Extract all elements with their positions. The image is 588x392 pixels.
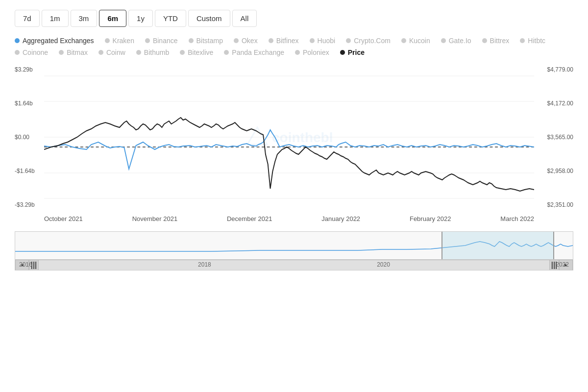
legend-label: Coinone <box>23 49 48 56</box>
legend-item-gate-io[interactable]: Gate.Io <box>441 37 471 45</box>
nav-x-label: 2020 <box>377 261 390 268</box>
time-buttons-row: 7d1m3m6m1yYTDCustomAll <box>15 10 573 27</box>
legend-item-panda-exchange[interactable]: Panda Exchange <box>224 49 284 56</box>
time-btn-all[interactable]: All <box>232 10 257 27</box>
legend-label: Binance <box>153 37 178 45</box>
main-chart-svg <box>44 66 534 208</box>
x-label: February 2022 <box>410 215 451 222</box>
legend-label: Kraken <box>113 37 134 45</box>
y-left-label: $3.29b <box>15 66 44 73</box>
legend-label: Panda Exchange <box>232 49 284 56</box>
legend-item-coinw[interactable]: Coinw <box>98 49 125 56</box>
y-left-label: -$3.29b <box>15 201 44 208</box>
legend-label: Bithumb <box>144 49 169 56</box>
legend-item-binance[interactable]: Binance <box>145 37 178 45</box>
nav-x-label: 2022 <box>556 261 569 268</box>
legend-dot <box>401 38 406 43</box>
legend-label: Price <box>348 49 365 56</box>
legend-item-bitmax[interactable]: Bitmax <box>59 49 88 56</box>
legend-dot <box>520 38 525 43</box>
legend-label: Bitmax <box>67 49 88 56</box>
legend-dot <box>269 38 273 43</box>
legend-item-poloniex[interactable]: Poloniex <box>295 49 329 56</box>
legend-dot <box>189 38 194 43</box>
legend-dot <box>105 38 110 43</box>
legend-dot <box>98 50 103 55</box>
legend-item-crypto-com[interactable]: Crypto.Com <box>346 37 391 45</box>
legend-item-kraken[interactable]: Kraken <box>105 37 134 45</box>
x-label: March 2022 <box>500 215 534 222</box>
legend-label: Okex <box>242 37 258 45</box>
legend-dot <box>310 38 315 43</box>
legend-label: Poloniex <box>303 49 329 56</box>
chart-inner: cointheblock <box>44 66 534 208</box>
time-btn-ytd[interactable]: YTD <box>155 10 186 27</box>
legend-item-price[interactable]: Price <box>340 49 365 56</box>
legend-dot <box>295 50 300 55</box>
y-axis-left: $3.29b$1.64b$0.00-$1.64b-$3.29b <box>15 66 44 208</box>
x-label: October 2021 <box>44 215 83 222</box>
y-axis-right: $4,779.00$4,172.00$3,565.00$2,958.00$2,3… <box>534 66 573 208</box>
nav-selection[interactable] <box>441 232 554 261</box>
legend-label: Aggregated Exchanges <box>23 37 94 45</box>
legend-label: Gate.Io <box>449 37 471 45</box>
legend-dot <box>224 50 229 55</box>
legend-item-bithumb[interactable]: Bithumb <box>136 49 169 56</box>
legend-item-hitbtc[interactable]: Hitbtc <box>520 37 545 45</box>
legend-label: Coinw <box>106 49 125 56</box>
legend-label: Crypto.Com <box>354 37 391 45</box>
legend-item-okex[interactable]: Okex <box>234 37 258 45</box>
y-right-label: $4,779.00 <box>534 66 573 73</box>
x-label: December 2021 <box>227 215 272 222</box>
legend-item-bitstamp[interactable]: Bitstamp <box>189 37 223 45</box>
legend-label: Hitbtc <box>528 37 545 45</box>
y-right-label: $4,172.00 <box>534 100 573 107</box>
time-btn-3m[interactable]: 3m <box>71 10 98 27</box>
legend-item-huobi[interactable]: Huobi <box>310 37 336 45</box>
legend-item-kucoin[interactable]: Kucoin <box>401 37 430 45</box>
legend-label: Bitfinex <box>276 37 299 45</box>
legend-dot <box>482 38 487 43</box>
y-right-label: $2,958.00 <box>534 168 573 174</box>
legend-dot <box>136 50 141 55</box>
legend-label: Bittrex <box>490 37 510 45</box>
navigator-x-labels: 2016201820202022 <box>15 260 573 269</box>
legend: Aggregated ExchangesKrakenBinanceBitstam… <box>15 37 573 56</box>
y-right-label: $2,351.00 <box>534 201 573 208</box>
navigator: ◄ ||| ||| ► 2016201820202022 <box>15 231 573 270</box>
y-right-label: $3,565.00 <box>534 134 573 141</box>
nav-x-label: 2018 <box>198 261 211 268</box>
legend-dot <box>346 38 351 43</box>
y-left-label: -$1.64b <box>15 168 44 174</box>
time-btn-custom[interactable]: Custom <box>188 10 230 27</box>
time-btn-1m[interactable]: 1m <box>42 10 69 27</box>
legend-label: Bitstamp <box>196 37 223 45</box>
legend-item-bitexlive[interactable]: Bitexlive <box>180 49 213 56</box>
legend-item-coinone[interactable]: Coinone <box>15 49 48 56</box>
legend-dot <box>15 38 20 43</box>
legend-dot <box>441 38 446 43</box>
x-label: November 2021 <box>132 215 178 222</box>
legend-dot <box>59 50 64 55</box>
x-axis-labels: October 2021November 2021December 2021Ja… <box>44 213 534 226</box>
legend-dot <box>180 50 185 55</box>
y-left-label: $1.64b <box>15 100 44 107</box>
legend-item-aggregated-exchanges[interactable]: Aggregated Exchanges <box>15 37 94 45</box>
legend-label: Huobi <box>318 37 336 45</box>
legend-item-bitfinex[interactable]: Bitfinex <box>269 37 299 45</box>
chart-wrapper: $3.29b$1.64b$0.00-$1.64b-$3.29b cointheb… <box>15 66 573 208</box>
legend-dot <box>145 38 150 43</box>
legend-label: Kucoin <box>409 37 430 45</box>
y-left-label: $0.00 <box>15 134 44 141</box>
legend-item-bittrex[interactable]: Bittrex <box>482 37 510 45</box>
legend-dot <box>340 50 345 55</box>
legend-dot <box>15 50 20 55</box>
legend-dot <box>234 38 239 43</box>
nav-x-label: 2016 <box>19 261 32 268</box>
time-btn-1y[interactable]: 1y <box>128 10 153 27</box>
legend-label: Bitexlive <box>188 49 213 56</box>
main-container: 7d1m3m6m1yYTDCustomAll Aggregated Exchan… <box>0 0 588 392</box>
time-btn-6m[interactable]: 6m <box>99 10 126 27</box>
time-btn-7d[interactable]: 7d <box>15 10 40 27</box>
x-label: January 2022 <box>321 215 360 222</box>
